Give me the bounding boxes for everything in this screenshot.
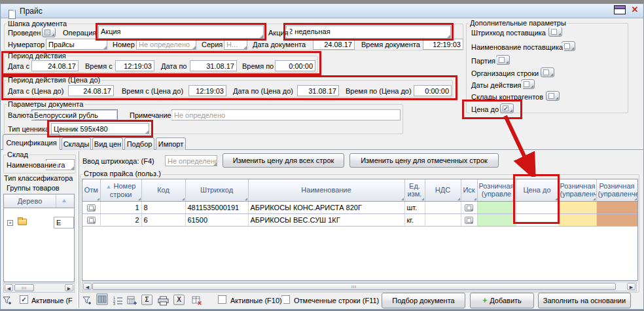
time-to-field[interactable]: 0:00:00: [275, 60, 315, 71]
filter-add-icon[interactable]: [81, 295, 93, 306]
cell-retail-1[interactable]: [477, 213, 516, 226]
row-mark-checkbox[interactable]: [87, 204, 96, 211]
sort-asc-icon[interactable]: ▲: [56, 194, 72, 208]
cell-unit[interactable]: кг.: [404, 213, 425, 226]
price-until-date-from-field[interactable]: 24.08.17: [68, 85, 114, 96]
tree-column-header[interactable]: Дерево: [4, 194, 56, 208]
cell-vat[interactable]: [425, 213, 461, 226]
cell-retail-2[interactable]: [558, 213, 596, 226]
note-field[interactable]: Не определено: [171, 109, 401, 120]
table-row[interactable]: 2 6 61500 АБРИКОСЫ ВЕС.СУШ 1КГ кг.: [82, 213, 637, 226]
batch-checkbox[interactable]: [496, 55, 510, 65]
row-mark-checkbox[interactable]: [87, 217, 96, 224]
add-row-button[interactable]: + Добавить: [470, 293, 534, 308]
goods-groups-tree[interactable]: Дерево ▲: [3, 194, 75, 282]
tree-horizontal-scrollbar[interactable]: ◀ III ▶: [3, 283, 75, 293]
cell-retail-2[interactable]: [558, 201, 596, 213]
cell-price-until[interactable]: [516, 201, 558, 213]
tree-active-checkbox[interactable]: ✓: [20, 295, 28, 304]
cell-code[interactable]: 6: [141, 213, 185, 226]
col-header-row-number[interactable]: ▲Номер строки: [100, 179, 141, 201]
cell-name[interactable]: АБРИКОСЫ ВЕС.СУШ 1КГ: [248, 213, 404, 226]
restore-window-button[interactable]: [614, 5, 626, 14]
price-until-time-from-field[interactable]: 12:19:03: [188, 85, 226, 96]
col-header-barcode[interactable]: Штрихкод: [185, 179, 248, 201]
price-until-time-to-field[interactable]: 0:00:00: [414, 85, 452, 96]
tree-node-cell[interactable]: Е: [54, 217, 74, 229]
active-rows-checkbox[interactable]: [218, 295, 226, 304]
tree-filter-add-icon[interactable]: [1, 295, 13, 306]
col-header-retail-2[interactable]: Розничная (управленче: [558, 179, 596, 201]
counterparty-warehouses-checkbox[interactable]: [546, 91, 560, 101]
barcode-entry-field[interactable]: Не определено: [165, 155, 217, 166]
panel-splitter[interactable]: [77, 151, 79, 308]
remove-table-icon[interactable]: [191, 295, 203, 306]
document-time-field[interactable]: 12:19:03: [423, 39, 463, 50]
change-price-all-rows-button[interactable]: Изменить цену для всех строк: [223, 153, 344, 168]
price-tag-type-field[interactable]: Ценник 595x480: [51, 123, 149, 134]
table-row[interactable]: 1 8 4811535000191 АБРИКОСЫ КОНС.АРИСТА 8…: [82, 201, 637, 213]
window-titlebar[interactable]: [1, 4, 643, 18]
series-field[interactable]: Н...: [224, 39, 247, 50]
document-date-field[interactable]: 24.08.17: [313, 39, 355, 50]
time-from-field[interactable]: 12:19:03: [115, 60, 154, 71]
operation-field[interactable]: Акция: [98, 26, 264, 39]
cell-retail-3[interactable]: [596, 201, 637, 213]
col-header-code[interactable]: Код: [141, 179, 185, 201]
supplier-barcode-checkbox[interactable]: [548, 27, 562, 37]
numbered-list-icon[interactable]: 123: [112, 295, 124, 306]
col-header-retail-1[interactable]: Розничная (управле: [477, 179, 516, 201]
sum-icon[interactable]: Σ: [141, 295, 152, 305]
close-window-button[interactable]: ✕: [630, 5, 640, 15]
price-until-checkbox[interactable]: ✓: [500, 103, 514, 113]
row-excl-checkbox[interactable]: [465, 217, 473, 224]
row-organization-checkbox[interactable]: [541, 67, 554, 77]
row-excl-checkbox[interactable]: [465, 204, 473, 211]
cell-row-number[interactable]: 2: [100, 213, 141, 226]
print-icon[interactable]: [157, 295, 169, 306]
col-header-vat[interactable]: НДС: [425, 179, 461, 201]
tree-scrollbar-thumb[interactable]: III: [14, 284, 34, 291]
cell-price-until[interactable]: [516, 213, 558, 226]
currency-field[interactable]: Белорусский рубль: [31, 109, 118, 120]
col-header-unit[interactable]: Ед. изм.: [404, 179, 425, 201]
scroll-left-icon[interactable]: ◀: [83, 283, 92, 290]
tab-specification[interactable]: Спецификация: [3, 134, 60, 150]
action-dates-checkbox[interactable]: [521, 79, 535, 89]
fill-from-base-button[interactable]: Заполнить на основании: [538, 293, 631, 308]
tree-header[interactable]: Дерево ▲: [4, 194, 74, 208]
cell-code[interactable]: 8: [141, 201, 185, 213]
cell-retail-3[interactable]: [596, 213, 637, 226]
col-header-retail-3[interactable]: Розничная (управленче: [596, 179, 637, 201]
tab-price-kinds[interactable]: Вид цен: [92, 137, 123, 150]
table-horizontal-scrollbar[interactable]: ◀ III ▶: [82, 282, 637, 291]
tab-import[interactable]: Импорт: [156, 137, 186, 150]
date-from-field[interactable]: 24.08.17: [31, 60, 79, 71]
col-header-name[interactable]: Наименование: [248, 179, 404, 201]
number-field[interactable]: Не определено: [136, 39, 196, 50]
price-until-date-to-field[interactable]: 31.08.17: [297, 85, 339, 96]
columns-icon[interactable]: [96, 293, 108, 305]
cell-barcode[interactable]: 61500: [185, 213, 248, 226]
cell-retail-1[interactable]: [477, 201, 516, 213]
change-price-marked-rows-button[interactable]: Изменить цену для отмеченных строк: [349, 153, 499, 168]
tab-warehouses[interactable]: Склады: [62, 137, 91, 150]
cell-vat[interactable]: [425, 201, 461, 213]
scroll-right-icon[interactable]: ▶: [627, 283, 635, 290]
cell-row-number[interactable]: 1: [100, 201, 141, 213]
cell-unit[interactable]: шт.: [404, 201, 425, 213]
tab-selection[interactable]: Подбор: [124, 137, 154, 150]
table-scrollbar-thumb[interactable]: III: [92, 283, 616, 290]
pick-document-button[interactable]: Подбор документа: [382, 293, 465, 308]
cell-name[interactable]: АБРИКОСЫ КОНС.АРИСТА 820Г: [248, 201, 404, 213]
scroll-left-icon[interactable]: ◀: [5, 284, 13, 291]
col-header-mark[interactable]: Отм: [82, 179, 100, 201]
action-field[interactable]: 2 недельная: [286, 26, 451, 39]
tree-expand-icon[interactable]: +: [7, 220, 13, 226]
numerator-field[interactable]: Прайсы: [46, 39, 107, 50]
posted-checkbox[interactable]: [42, 27, 56, 37]
date-to-field[interactable]: 31.08.17: [190, 60, 237, 71]
excel-export-icon[interactable]: X: [173, 295, 185, 305]
add-calculation-icon[interactable]: [126, 295, 138, 306]
col-header-price-until[interactable]: Цена до: [516, 179, 558, 201]
